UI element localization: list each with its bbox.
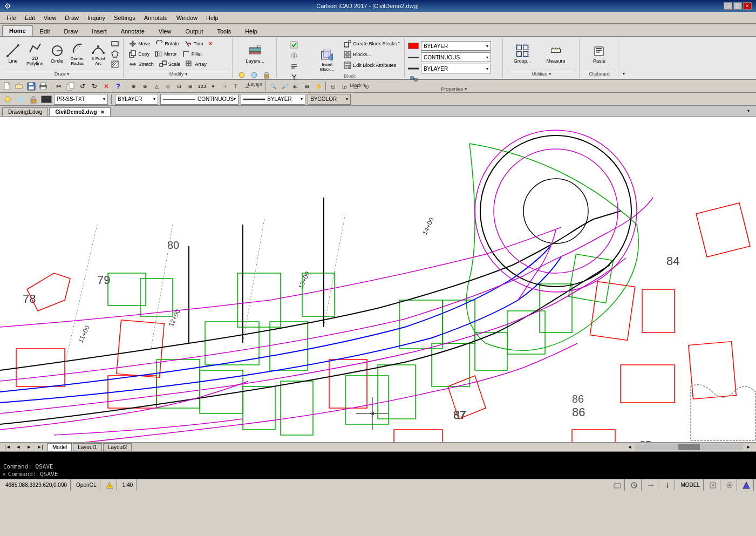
status-coordinates[interactable]: 4685.088,3329.620,0.000 — [2, 479, 71, 491]
layer-on-button[interactable] — [236, 70, 248, 80]
tab-civialdemo2[interactable]: CivilDemo2.dwg ✕ — [49, 107, 111, 116]
tb3-layer-off[interactable] — [2, 94, 13, 105]
insert-block-button[interactable]: InsertBlock... — [314, 45, 340, 75]
layer-name-dropdown[interactable]: PR-SS-TXT ▾ — [54, 94, 108, 105]
menu-file[interactable]: File — [2, 12, 21, 23]
tb-node[interactable]: ✦ — [208, 81, 219, 92]
status-icon3[interactable] — [644, 479, 658, 491]
tb-open[interactable] — [14, 81, 25, 92]
tab-nav-last[interactable]: ►| — [35, 442, 45, 452]
bylayer-dropdown-2[interactable]: BYLAYER ▾ — [421, 64, 491, 73]
rectangle-button[interactable] — [109, 39, 121, 49]
block-group-label[interactable]: Block ▾ — [314, 81, 402, 88]
lineweight-dropdown[interactable]: BYLAYER ▾ — [241, 94, 305, 105]
minimize-button[interactable]: ─ — [724, 2, 732, 10]
tab-drawing1[interactable]: Drawing1.dwg — [2, 107, 48, 116]
tb-snap1[interactable]: ⊕ — [128, 81, 139, 92]
tb-snap2[interactable]: ⊗ — [140, 81, 151, 92]
linetype-dropdown-1[interactable]: BYLAYER ▾ — [115, 94, 158, 105]
close-button[interactable]: ✕ — [743, 2, 752, 10]
blocks-button[interactable]: Blocks... — [342, 50, 402, 59]
scale-button[interactable]: Scale — [157, 59, 183, 69]
status-icon6[interactable] — [723, 479, 737, 491]
fillet-button[interactable]: Fillet — [180, 49, 204, 59]
match-prop-button[interactable] — [408, 75, 420, 85]
tab-insert[interactable]: Insert — [85, 26, 114, 36]
move-button[interactable]: Move — [127, 39, 152, 49]
layers-group-label[interactable]: Layers — [236, 80, 274, 87]
layer-lock-button[interactable] — [261, 70, 273, 80]
polyline-button[interactable]: 2DPolyline — [24, 39, 46, 69]
center-radius-button[interactable]: Center-Radius — [68, 39, 88, 69]
tab-draw[interactable]: Draw — [57, 26, 85, 36]
draw-group-label[interactable]: Draw ▾ — [3, 70, 121, 77]
layers-button[interactable]: Layers... — [236, 39, 274, 69]
canvas-area[interactable]: 79 78 84 85 86 87 80 11+00 12+00 13+00 1… — [0, 117, 756, 442]
tb-track[interactable]: ⊣ — [219, 81, 230, 92]
tb-redo[interactable]: ↻ — [89, 81, 100, 92]
hatch-button[interactable] — [109, 59, 121, 69]
layer-state-button[interactable] — [288, 51, 300, 60]
continuous-dropdown[interactable]: CONTINUOUS ▾ — [421, 52, 491, 62]
continuous-linetype-dropdown[interactable]: CONTINUOUS ▾ — [160, 94, 239, 105]
tab-output[interactable]: Output — [178, 26, 210, 36]
status-icon5[interactable] — [706, 479, 720, 491]
menu-view[interactable]: View — [39, 12, 61, 23]
menu-inquiry[interactable]: Inquiry — [83, 12, 110, 23]
tb-print[interactable] — [38, 81, 49, 92]
h-scrollbar-track[interactable] — [635, 444, 743, 450]
menu-window[interactable]: Window — [172, 12, 202, 23]
tab-layout1[interactable]: Layout1 — [73, 443, 102, 451]
h-scroll-right[interactable]: ► — [743, 442, 754, 452]
status-icon1[interactable] — [610, 479, 625, 491]
status-icon2[interactable] — [627, 479, 642, 491]
tab-scroll-right[interactable]: ▾ — [743, 105, 754, 116]
polygon-button[interactable] — [109, 49, 121, 59]
tb-counter[interactable]: 123 — [196, 81, 207, 92]
tab-annotate[interactable]: Annotate — [114, 26, 152, 36]
h-scroll-left[interactable]: ◄ — [624, 442, 635, 452]
properties-group-label[interactable]: Properties ▾ — [408, 85, 500, 92]
tb-help[interactable]: ? — [113, 81, 124, 92]
tb-new[interactable] — [2, 81, 13, 92]
tb-save[interactable] — [26, 81, 37, 92]
color-dropdown-tb3[interactable]: BYCOLOR ▾ — [308, 94, 351, 105]
mirror-button[interactable]: Mirror — [153, 49, 179, 59]
edit-block-attr-button[interactable]: Edit Block Attributes — [342, 60, 402, 70]
status-render[interactable]: OpenGL — [73, 479, 100, 491]
rotate-button[interactable]: Rotate — [153, 39, 181, 49]
maximize-button[interactable]: □ — [733, 2, 742, 10]
status-icon7[interactable] — [739, 479, 754, 491]
layer-check-button[interactable] — [288, 40, 300, 50]
copy-button[interactable]: Copy — [127, 49, 152, 59]
tab-help[interactable]: Help — [238, 26, 264, 36]
tab-home[interactable]: Home — [2, 25, 33, 36]
three-point-arc-button[interactable]: 3-PointArc — [88, 39, 108, 69]
tb3-layer-lock[interactable] — [28, 94, 39, 105]
group-button[interactable]: Group... — [506, 39, 539, 69]
menu-help[interactable]: Help — [202, 12, 223, 23]
tb-copy-tb[interactable] — [65, 81, 76, 92]
tb3-layer-freeze[interactable] — [15, 94, 26, 105]
tab-nav-next[interactable]: ► — [24, 442, 35, 452]
tab-nav-first[interactable]: |◄ — [2, 442, 13, 452]
layer-freeze-button[interactable] — [248, 70, 260, 80]
menu-annotate[interactable]: Annotate — [140, 12, 172, 23]
tb-cut[interactable]: ✂ — [53, 81, 64, 92]
tab-layout2[interactable]: Layout2 — [103, 443, 132, 451]
h-scrollbar-thumb[interactable] — [678, 444, 700, 450]
tab-tools[interactable]: Tools — [210, 26, 238, 36]
circle-button[interactable]: Circle — [47, 39, 67, 69]
tb-snap5[interactable]: ⊡ — [174, 81, 185, 92]
tab-close-icon[interactable]: ✕ — [100, 110, 105, 115]
layer-match-button[interactable] — [288, 62, 300, 71]
trim-button[interactable]: Trim — [182, 39, 206, 49]
stretch-button[interactable]: Stretch — [127, 59, 156, 69]
modify-group-label[interactable]: Modify ▾ — [127, 70, 230, 77]
layer-merge-button[interactable] — [288, 72, 300, 82]
tab-nav-prev[interactable]: ◄ — [13, 442, 24, 452]
menu-edit[interactable]: Edit — [21, 12, 39, 23]
tab-view[interactable]: View — [152, 26, 179, 36]
tb-snap6[interactable]: ⊞ — [185, 81, 196, 92]
line-button[interactable]: Line — [3, 39, 23, 69]
